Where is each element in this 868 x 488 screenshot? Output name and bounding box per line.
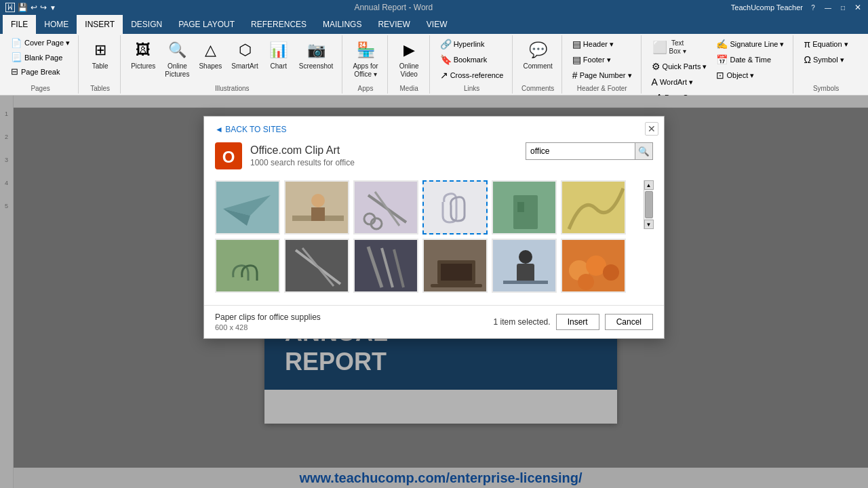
pictures-button[interactable]: 🖼 Pictures — [127, 37, 159, 73]
scroll-down-button[interactable]: ▼ — [644, 220, 654, 229]
bookmark-icon: 🔖 — [440, 54, 452, 65]
image-cell-3[interactable] — [353, 180, 418, 235]
header-button[interactable]: ▤ Header ▾ — [569, 37, 635, 52]
cross-reference-button[interactable]: ↗ Cross-reference — [437, 68, 507, 83]
app-header: O Office.com Clip Art 1000 search result… — [215, 142, 653, 169]
chart-button[interactable]: 📊 Chart — [264, 37, 293, 73]
tab-references[interactable]: REFERENCES — [243, 15, 315, 34]
screenshot-button[interactable]: 📷 Screenshot — [296, 37, 337, 73]
title-bar: 🅆 💾 ↩ ↪ ▼ Annual Report - Word TeachUcom… — [0, 0, 868, 15]
quick-access-undo[interactable]: ↩ — [31, 3, 37, 12]
text-box-button[interactable]: ⬜ TextBox ▾ — [648, 37, 711, 58]
maximize-button[interactable]: □ — [838, 3, 848, 12]
table-button[interactable]: ⊞ Table — [86, 37, 115, 73]
bookmark-button[interactable]: 🔖 Bookmark — [437, 52, 507, 67]
user-account[interactable]: TeachUcomp Teacher — [731, 3, 803, 12]
close-button[interactable]: ✕ — [853, 3, 863, 12]
scroll-thumb[interactable] — [645, 191, 653, 218]
image-cell-12[interactable] — [561, 239, 626, 293]
search-input[interactable] — [526, 145, 635, 157]
equation-button[interactable]: π Equation ▾ — [800, 37, 851, 52]
comment-button[interactable]: 💬 Comment — [519, 37, 555, 73]
comments-group-label: Comments — [521, 83, 554, 92]
equation-icon: π — [804, 39, 810, 49]
tab-insert[interactable]: INSERT — [77, 15, 123, 34]
tab-design[interactable]: DESIGN — [123, 15, 170, 34]
help-button[interactable]: ? — [808, 3, 818, 12]
quick-access-save[interactable]: 💾 — [18, 3, 28, 12]
header-footer-items: ▤ Header ▾ ▤ Footer ▾ # Page Number ▾ — [569, 37, 635, 83]
object-label: Object ▾ — [726, 71, 754, 80]
modal-close-button[interactable]: ✕ — [645, 122, 658, 136]
image-cell-7[interactable] — [215, 239, 280, 293]
cross-reference-icon: ↗ — [440, 70, 448, 81]
cancel-button[interactable]: Cancel — [605, 314, 653, 330]
image-cell-11[interactable] — [492, 239, 557, 293]
hyperlink-button[interactable]: 🔗 Hyperlink — [437, 37, 507, 52]
date-time-label: Date & Time — [730, 56, 771, 64]
signature-line-button[interactable]: ✍ Signature Line ▾ — [713, 37, 787, 52]
title-bar-controls: TeachUcomp Teacher ? — □ ✕ — [731, 3, 863, 12]
image-cell-10[interactable] — [422, 239, 488, 293]
tab-page-layout[interactable]: PAGE LAYOUT — [170, 15, 243, 34]
title-bar-left: 🅆 💾 ↩ ↪ ▼ — [5, 2, 56, 13]
image-cell-1[interactable] — [215, 180, 280, 235]
cover-page-button[interactable]: 📄 Cover Page ▾ — [8, 37, 73, 49]
tab-home[interactable]: HOME — [36, 15, 77, 34]
object-button[interactable]: ⊡ Object ▾ — [713, 68, 787, 83]
image-cell-5[interactable] — [492, 180, 557, 235]
shapes-icon: △ — [199, 39, 221, 61]
text-box-icon: ⬜ — [652, 39, 668, 56]
ribbon-group-links: 🔗 Hyperlink 🔖 Bookmark ↗ Cross-reference… — [431, 35, 513, 94]
search-button[interactable]: 🔍 — [635, 143, 652, 159]
links-column: 🔗 Hyperlink 🔖 Bookmark ↗ Cross-reference — [437, 37, 507, 83]
tab-mailings[interactable]: MAILINGS — [315, 15, 370, 34]
image-cell-6[interactable] — [561, 180, 626, 235]
svg-point-32 — [519, 250, 532, 264]
ribbon-group-pages: 📄 Cover Page ▾ 📃 Blank Page ⊟ Page Break… — [3, 35, 79, 94]
table-label: Table — [92, 62, 108, 70]
selected-count: 1 item selected. — [494, 317, 551, 327]
pictures-label: Pictures — [131, 62, 155, 70]
search-box: 🔍 — [526, 142, 653, 160]
wordart-button[interactable]: A WordArt ▾ — [648, 75, 711, 89]
text-box-label: TextBox ▾ — [669, 39, 686, 56]
page-break-label: Page Break — [21, 68, 60, 76]
ribbon-content: 📄 Cover Page ▾ 📃 Blank Page ⊟ Page Break… — [0, 34, 868, 95]
svg-text:O: O — [222, 148, 235, 166]
equation-label: Equation ▾ — [812, 40, 848, 49]
online-video-icon: ▶ — [398, 39, 420, 61]
tab-view[interactable]: VIEW — [418, 15, 456, 34]
apps-for-office-label: Apps forOffice ▾ — [353, 62, 378, 79]
quick-access-redo[interactable]: ↪ — [40, 3, 47, 12]
shapes-button[interactable]: △ Shapes — [195, 37, 225, 73]
blank-page-button[interactable]: 📃 Blank Page — [8, 51, 73, 64]
image-cell-8[interactable] — [284, 239, 349, 293]
back-to-sites-link[interactable]: ◄ BACK TO SITES — [215, 125, 653, 134]
tab-review[interactable]: REVIEW — [370, 15, 418, 34]
image-cell-9[interactable] — [353, 239, 418, 293]
apps-for-office-button[interactable]: 🏪 Apps forOffice ▾ — [349, 37, 381, 81]
pages-items: 📄 Cover Page ▾ 📃 Blank Page ⊟ Page Break — [8, 37, 73, 83]
wordart-label: WordArt ▾ — [660, 78, 693, 87]
footer-button[interactable]: ▤ Footer ▾ — [569, 52, 635, 67]
image-cell-2[interactable] — [284, 180, 349, 235]
insert-button[interactable]: Insert — [556, 314, 599, 330]
scroll-up-button[interactable]: ▲ — [644, 180, 654, 190]
app-subtitle: 1000 search results for office — [250, 158, 355, 167]
minimize-button[interactable]: — — [823, 3, 833, 12]
header-icon: ▤ — [572, 39, 581, 49]
date-time-button[interactable]: 📅 Date & Time — [713, 52, 787, 67]
chart-icon: 📊 — [268, 39, 290, 61]
smartart-button[interactable]: ⬡ SmartArt — [228, 37, 261, 73]
quick-access-customize[interactable]: ▼ — [50, 4, 56, 12]
page-number-button[interactable]: # Page Number ▾ — [569, 68, 635, 83]
online-video-button[interactable]: ▶ OnlineVideo — [395, 37, 423, 81]
tab-file[interactable]: FILE — [3, 15, 36, 34]
date-time-icon: 📅 — [716, 54, 728, 65]
quick-parts-button[interactable]: ⚙ Quick Parts ▾ — [648, 59, 711, 74]
page-break-button[interactable]: ⊟ Page Break — [8, 65, 73, 78]
symbol-button[interactable]: Ω Symbol ▾ — [800, 52, 851, 67]
image-cell-4[interactable]: Paper clips for office supplies — [422, 180, 488, 235]
online-pictures-button[interactable]: 🔍 OnlinePictures — [161, 37, 193, 81]
